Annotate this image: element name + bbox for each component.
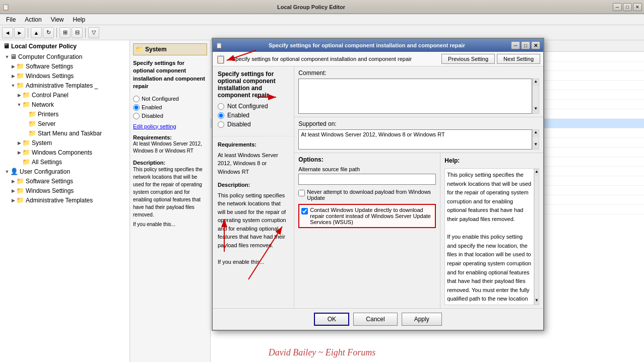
tree-control-panel[interactable]: ▶ 📁 Control Panel [0, 90, 130, 100]
dialog-radio-not-configured[interactable]: Not Configured [218, 103, 289, 110]
network-label: Network [32, 101, 54, 108]
ok-button[interactable]: OK [314, 313, 349, 326]
supported-scrollbar[interactable]: ▲ ▼ [532, 129, 539, 150]
radio-disabled[interactable]: Disabled [133, 113, 207, 119]
tree-all-settings[interactable]: 📁 All Settings [0, 157, 130, 167]
tree-admin-templates[interactable]: ▼ 📁 Administrative Templates _ [0, 81, 130, 90]
edit-policy-link[interactable]: Edit policy setting [133, 123, 207, 129]
tree-root[interactable]: 🖥 Local Computer Policy [0, 40, 130, 52]
menu-file[interactable]: File [2, 15, 20, 24]
tree-printers[interactable]: 📁 Printers [0, 109, 130, 119]
user-software-label: Software Settings [26, 178, 73, 185]
all-settings-label: All Settings [32, 159, 62, 166]
admin-templates-label: Administrative Templates _ [26, 82, 98, 89]
help-scroll-down[interactable]: ▼ [535, 298, 539, 305]
dialog-radio-enabled[interactable]: Enabled [218, 112, 289, 119]
dialog-options-panel: Options: Alternate source file path Neve… [294, 153, 440, 308]
more-desc: If you enable this... [133, 222, 207, 227]
tree-start-menu[interactable]: 📁 Start Menu and Taskbar [0, 128, 130, 138]
expander-userwindows: ▶ [10, 188, 16, 194]
desc-label: Description: [133, 160, 207, 166]
dialog-close[interactable]: ✕ [531, 41, 540, 49]
dialog-minimize[interactable]: ─ [511, 41, 520, 49]
tree-user-windows[interactable]: ▶ 📁 Windows Settings [0, 186, 130, 195]
menu-view[interactable]: View [47, 15, 68, 24]
tree-software-settings[interactable]: ▶ 📁 Software Settings [0, 61, 130, 71]
close-button[interactable]: ✕ [633, 3, 642, 11]
tree-user-software[interactable]: ▶ 📁 Software Settings [0, 176, 130, 186]
checkbox2-label: Contact Windows Update directly to downl… [310, 207, 433, 225]
dlg-nc-label: Not Configured [227, 103, 268, 110]
user-icon: 👤 [10, 168, 18, 175]
tree-system[interactable]: ▶ 📁 System [0, 138, 130, 148]
toolbar-back[interactable]: ◄ [2, 27, 13, 38]
cancel-button[interactable]: Cancel [353, 313, 397, 326]
supported-scroll-down[interactable]: ▼ [533, 142, 539, 149]
policy-icon: 🖥 [3, 42, 10, 50]
tree-user-config[interactable]: ▼ 👤 User Configuration [0, 167, 130, 176]
radio-enabled[interactable]: Enabled [133, 104, 207, 111]
system-label: System [32, 139, 52, 147]
radio-not-configured[interactable]: Not Configured [133, 96, 207, 102]
dialog-comment-textarea[interactable] [298, 79, 532, 114]
expander-network: ▼ [16, 102, 22, 108]
checkbox2-item[interactable]: Contact Windows Update directly to downl… [298, 204, 436, 228]
tree-windows-components[interactable]: ▶ 📁 Windows Components [0, 148, 130, 157]
help-scrollbar[interactable]: ▲ ▼ [534, 168, 539, 305]
comment-scroll-down[interactable]: ▼ [533, 106, 539, 113]
computer-config-label: Computer Configuration [18, 53, 82, 60]
tree-server[interactable]: 📁 Server [0, 119, 130, 128]
help-scroll-up[interactable]: ▲ [535, 169, 539, 176]
maximize-button[interactable]: □ [623, 3, 632, 11]
minimize-button[interactable]: ─ [613, 3, 622, 11]
toolbar-refresh[interactable]: ↻ [43, 27, 54, 38]
expander-cp: ▶ [16, 92, 22, 98]
prev-setting-button[interactable]: Previous Setting [441, 54, 495, 64]
dialog-maximize[interactable]: □ [521, 41, 530, 49]
title-bar-controls[interactable]: ─ □ ✕ [613, 3, 642, 11]
tree-windows-settings[interactable]: ▶ 📁 Windows Settings [0, 71, 130, 81]
expander-software: ▶ [10, 63, 16, 69]
options-label: Options: [298, 156, 436, 163]
supported-scroll-up[interactable]: ▲ [533, 130, 539, 137]
menu-action[interactable]: Action [21, 15, 45, 24]
cp-folder-icon: 📁 [22, 91, 30, 99]
toolbar-up[interactable]: ▲ [31, 27, 42, 38]
dialog-options-help: Options: Alternate source file path Neve… [294, 153, 543, 308]
toolbar-forward[interactable]: ► [14, 27, 25, 38]
dialog-radio-disabled[interactable]: Disabled [218, 121, 289, 128]
tree-network[interactable]: ▼ 📁 Network [0, 100, 130, 109]
menu-bar: File Action View Help 2:51:59 AM Thursda… [0, 14, 644, 25]
toolbar-icon1[interactable]: ⊞ [59, 27, 71, 38]
expander-computer: ▼ [4, 54, 10, 60]
expander-wincomp: ▶ [16, 150, 22, 156]
alt-source-input[interactable] [298, 174, 436, 185]
dialog-title-bar: 📋 Specify settings for optional componen… [213, 39, 543, 52]
checkbox1-item[interactable]: Never attempt to download payload from W… [298, 189, 436, 201]
tree-computer-config[interactable]: ▼ 🖥 Computer Configuration [0, 52, 130, 61]
policy-link-text: Edit policy setting [133, 123, 176, 129]
title-bar-left: 📋 [2, 4, 10, 11]
alt-source-label: Alternate source file path [298, 166, 436, 172]
dialog-setting-title: Specify settings for optional component … [218, 70, 289, 99]
supported-scroll-track[interactable] [533, 137, 539, 142]
next-setting-button[interactable]: Next Setting [497, 54, 540, 64]
comment-scroll-up[interactable]: ▲ [533, 79, 539, 86]
dialog-policy-icon: 📋 [216, 54, 226, 64]
network-folder-icon: 📁 [22, 101, 30, 108]
comment-scroll-track[interactable] [533, 86, 539, 106]
apply-button[interactable]: Apply [402, 313, 442, 326]
root-label: Local Computer Policy [11, 43, 77, 50]
user-software-icon: 📁 [16, 177, 24, 185]
menu-help[interactable]: Help [69, 15, 90, 24]
requirements-section: Requirements: At least Windows Server 20… [133, 134, 207, 155]
help-scroll-track[interactable] [535, 176, 539, 298]
tree-user-admin[interactable]: ▶ 📁 Administrative Templates [0, 195, 130, 205]
toolbar-icon2[interactable]: ⊟ [72, 27, 83, 38]
description-body: This policy setting specifies the networ… [218, 191, 289, 266]
middle-header-text: System [145, 46, 167, 53]
toolbar-filter[interactable]: ▽ [88, 27, 99, 38]
comment-scrollbar[interactable]: ▲ ▼ [532, 79, 539, 114]
dialog-controls[interactable]: ─ □ ✕ [511, 41, 540, 49]
dialog-help-panel: Help: This policy setting specifies the … [440, 153, 543, 308]
